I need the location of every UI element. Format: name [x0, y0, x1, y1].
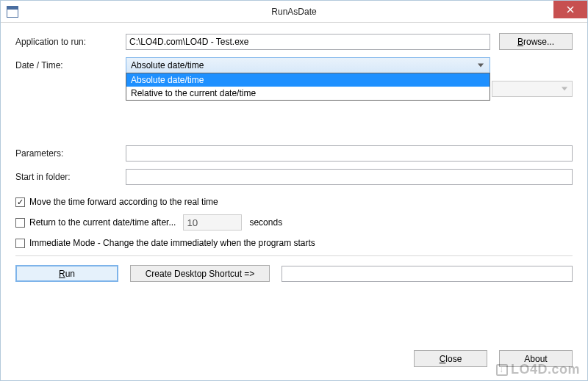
- seconds-unit: seconds: [249, 217, 282, 228]
- label-move-forward: Move the time forward according to the r…: [29, 197, 218, 207]
- app-icon: [7, 6, 18, 18]
- separator: [15, 255, 573, 256]
- browse-button[interactable]: Browse...: [499, 33, 573, 50]
- watermark: LO4D.com: [496, 362, 580, 377]
- shortcut-name-input[interactable]: [282, 266, 573, 282]
- label-immediate: Immediate Mode - Change the date immedia…: [29, 238, 315, 248]
- row-parameters: Parameters:: [15, 145, 573, 162]
- content-area: Application to run: Browse... Date / Tim…: [1, 23, 587, 292]
- browse-rest: rowse...: [523, 37, 554, 47]
- run-button[interactable]: Run: [15, 265, 118, 282]
- create-shortcut-button[interactable]: Create Desktop Shortcut =>: [130, 265, 270, 282]
- checkbox-return-after[interactable]: [15, 218, 25, 228]
- row-run: Run Create Desktop Shortcut =>: [15, 265, 573, 282]
- window-title: RunAsDate: [271, 7, 316, 17]
- combo-selected-display[interactable]: Absolute date/time: [126, 57, 490, 73]
- checkbox-immediate[interactable]: [15, 239, 25, 248]
- combo-option[interactable]: Relative to the current date/time: [126, 87, 490, 100]
- seconds-input: [183, 214, 242, 231]
- label-return-after: Return to the current date/time after...: [29, 217, 176, 228]
- combo-option[interactable]: Absolute date/time: [126, 73, 490, 87]
- checkbox-move-forward[interactable]: ✓: [15, 197, 25, 207]
- row-move-forward: ✓ Move the time forward according to the…: [15, 197, 573, 207]
- parameters-input[interactable]: [126, 145, 573, 162]
- row-application: Application to run: Browse...: [15, 33, 573, 50]
- close-icon: [567, 6, 574, 13]
- watermark-text: LO4D.com: [511, 362, 580, 377]
- disabled-unit-combo: [492, 81, 573, 97]
- datetime-mode-combo[interactable]: Absolute date/time Absolute date/time Re…: [126, 57, 490, 73]
- row-immediate: Immediate Mode - Change the date immedia…: [15, 238, 573, 248]
- close-button[interactable]: Close: [414, 350, 487, 367]
- titlebar: RunAsDate: [1, 1, 587, 23]
- row-startin: Start in folder:: [15, 169, 573, 185]
- combo-dropdown-list: Absolute date/time Relative to the curre…: [126, 73, 490, 101]
- combo-selected-text: Absolute date/time: [131, 60, 204, 70]
- window-close-button[interactable]: [553, 1, 587, 18]
- row-return-after: Return to the current date/time after...…: [15, 214, 573, 231]
- label-datetime: Date / Time:: [15, 57, 126, 70]
- startin-input[interactable]: [126, 169, 573, 185]
- label-parameters: Parameters:: [15, 148, 126, 159]
- label-startin: Start in folder:: [15, 172, 126, 182]
- label-application: Application to run:: [15, 37, 126, 47]
- application-path-input[interactable]: [126, 34, 490, 50]
- download-icon: [496, 364, 508, 376]
- row-datetime: Date / Time: Absolute date/time Absolute…: [15, 57, 573, 73]
